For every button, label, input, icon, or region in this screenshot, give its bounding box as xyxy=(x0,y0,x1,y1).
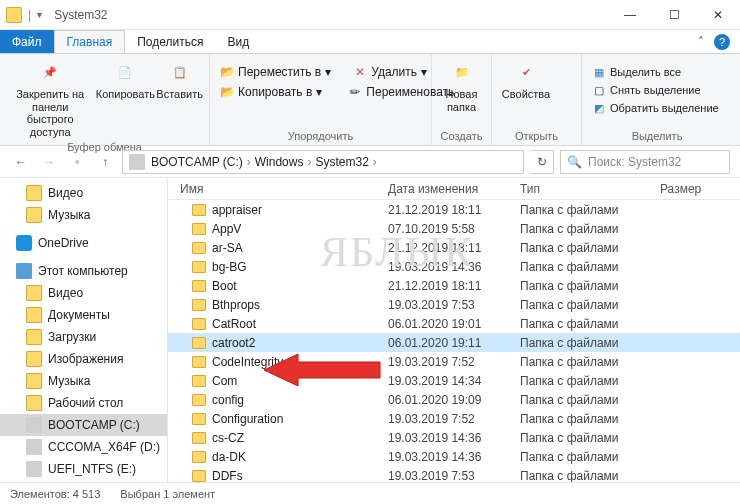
folder-icon xyxy=(192,242,206,254)
tab-home[interactable]: Главная xyxy=(54,30,126,53)
file-name: bg-BG xyxy=(212,260,247,274)
tab-view[interactable]: Вид xyxy=(215,30,261,53)
file-name: Configuration xyxy=(212,412,283,426)
drive-icon xyxy=(26,461,42,477)
folder-icon xyxy=(26,207,42,223)
moveto-button[interactable]: 📂Переместить в ▾ xyxy=(216,64,335,80)
nav-item[interactable]: Изображения xyxy=(0,348,167,370)
table-row[interactable]: catroot206.01.2020 19:11Папка с файлами xyxy=(168,333,740,352)
nav-item[interactable]: Этот компьютер xyxy=(0,260,167,282)
col-date[interactable]: Дата изменения xyxy=(388,182,520,196)
group-select-label: Выделить xyxy=(582,128,732,145)
breadcrumb-item[interactable]: System32 xyxy=(315,155,368,169)
col-name[interactable]: Имя xyxy=(168,182,388,196)
moveto-icon: 📂 xyxy=(220,65,234,79)
history-dropdown[interactable]: ▾ xyxy=(66,151,88,173)
folder-icon xyxy=(6,7,22,23)
cloud-icon xyxy=(16,235,32,251)
minimize-ribbon-icon[interactable]: ˄ xyxy=(698,35,704,49)
table-row[interactable]: AppV07.10.2019 5:58Папка с файлами xyxy=(168,219,740,238)
folder-icon xyxy=(26,373,42,389)
qat-dropdown-icon[interactable]: ▾ xyxy=(37,9,42,20)
nav-item-label: Музыка xyxy=(48,374,90,388)
table-row[interactable]: ar-SA21.12.2019 18:11Папка с файлами xyxy=(168,238,740,257)
table-row[interactable]: CodeIntegrity19.03.2019 7:52Папка с файл… xyxy=(168,352,740,371)
forward-button[interactable]: → xyxy=(38,151,60,173)
help-icon[interactable]: ? xyxy=(714,34,730,50)
folder-icon xyxy=(192,261,206,273)
group-create-label: Создать xyxy=(432,128,491,145)
properties-icon: ✔ xyxy=(512,58,540,86)
breadcrumb-item[interactable]: BOOTCAMP (C:) xyxy=(151,155,243,169)
table-row[interactable]: bg-BG19.03.2019 14:36Папка с файлами xyxy=(168,257,740,276)
nav-item[interactable]: CCCOMA_X64F (D:) xyxy=(0,436,167,458)
tab-file[interactable]: Файл xyxy=(0,30,54,53)
col-type[interactable]: Тип xyxy=(520,182,660,196)
copyto-button[interactable]: 📂Копировать в ▾ xyxy=(216,84,326,100)
maximize-button[interactable]: ☐ xyxy=(652,1,696,29)
nav-item[interactable]: Загрузки xyxy=(0,326,167,348)
file-type: Папка с файлами xyxy=(520,450,660,464)
titlebar: | ▾ System32 — ☐ ✕ xyxy=(0,0,740,30)
table-row[interactable]: Bthprops19.03.2019 7:53Папка с файлами xyxy=(168,295,740,314)
refresh-button[interactable]: ↻ xyxy=(530,150,554,174)
folder-icon xyxy=(192,432,206,444)
folder-icon xyxy=(26,395,42,411)
selectall-button[interactable]: ▦Выделить все xyxy=(588,64,723,80)
minimize-button[interactable]: — xyxy=(608,1,652,29)
table-row[interactable]: config06.01.2020 19:09Папка с файлами xyxy=(168,390,740,409)
breadcrumb-item[interactable]: Windows xyxy=(255,155,304,169)
address-bar: ← → ▾ ↑ BOOTCAMP (C:)› Windows› System32… xyxy=(0,146,740,178)
nav-item[interactable]: Музыка xyxy=(0,204,167,226)
back-button[interactable]: ← xyxy=(10,151,32,173)
tab-share[interactable]: Поделиться xyxy=(125,30,215,53)
file-type: Папка с файлами xyxy=(520,241,660,255)
nav-item-label: Видео xyxy=(48,186,83,200)
navigation-pane[interactable]: ВидеоМузыкаOneDriveЭтот компьютерВидеоДо… xyxy=(0,178,168,482)
table-row[interactable]: cs-CZ19.03.2019 14:36Папка с файлами xyxy=(168,428,740,447)
selectnone-button[interactable]: ▢Снять выделение xyxy=(588,82,723,98)
nav-item[interactable]: pCloud Drive (P:) xyxy=(0,480,167,482)
pin-button[interactable]: 📌 Закрепить на панели быстрого доступа xyxy=(6,58,94,139)
table-row[interactable]: Configuration19.03.2019 7:52Папка с файл… xyxy=(168,409,740,428)
table-row[interactable]: appraiser21.12.2019 18:11Папка с файлами xyxy=(168,200,740,219)
copy-button[interactable]: 📄 Копировать xyxy=(100,58,150,101)
status-bar: Элементов: 4 513 Выбран 1 элемент xyxy=(0,482,740,504)
invert-button[interactable]: ◩Обратить выделение xyxy=(588,100,723,116)
breadcrumb[interactable]: BOOTCAMP (C:)› Windows› System32› xyxy=(122,150,524,174)
paste-button[interactable]: 📋 Вставить xyxy=(156,58,203,101)
table-row[interactable]: da-DK19.03.2019 14:36Папка с файлами xyxy=(168,447,740,466)
nav-item[interactable]: UEFI_NTFS (E:) xyxy=(0,458,167,480)
newfolder-button[interactable]: 📁 Новая папка xyxy=(438,58,485,113)
table-row[interactable]: Com19.03.2019 14:34Папка с файлами xyxy=(168,371,740,390)
file-date: 19.03.2019 7:53 xyxy=(388,298,520,312)
nav-item[interactable]: BOOTCAMP (C:) xyxy=(0,414,167,436)
nav-item[interactable]: Видео xyxy=(0,282,167,304)
chevron-right-icon: › xyxy=(305,155,313,169)
newfolder-label: Новая папка xyxy=(446,88,478,113)
properties-label: Свойства xyxy=(502,88,550,101)
search-input[interactable]: 🔍 Поиск: System32 xyxy=(560,150,730,174)
table-row[interactable]: DDFs19.03.2019 7:53Папка с файлами xyxy=(168,466,740,482)
nav-item[interactable]: Рабочий стол xyxy=(0,392,167,414)
nav-item[interactable]: Документы xyxy=(0,304,167,326)
file-name: appraiser xyxy=(212,203,262,217)
file-rows: appraiser21.12.2019 18:11Папка с файлами… xyxy=(168,200,740,482)
properties-button[interactable]: ✔ Свойства xyxy=(498,58,554,101)
folder-icon xyxy=(192,375,206,387)
table-row[interactable]: Boot21.12.2019 18:11Папка с файлами xyxy=(168,276,740,295)
nav-item[interactable]: Видео xyxy=(0,182,167,204)
window-title: System32 xyxy=(54,8,107,22)
nav-item[interactable]: OneDrive xyxy=(0,232,167,254)
file-type: Папка с файлами xyxy=(520,279,660,293)
close-button[interactable]: ✕ xyxy=(696,1,740,29)
col-size[interactable]: Размер xyxy=(660,182,740,196)
table-row[interactable]: CatRoot06.01.2020 19:01Папка с файлами xyxy=(168,314,740,333)
nav-item[interactable]: Музыка xyxy=(0,370,167,392)
folder-icon xyxy=(26,285,42,301)
rename-icon: ✏ xyxy=(348,85,362,99)
paste-label: Вставить xyxy=(156,88,203,101)
up-button[interactable]: ↑ xyxy=(94,151,116,173)
drive-icon xyxy=(26,417,42,433)
delete-button[interactable]: ✕Удалить ▾ xyxy=(349,64,431,80)
